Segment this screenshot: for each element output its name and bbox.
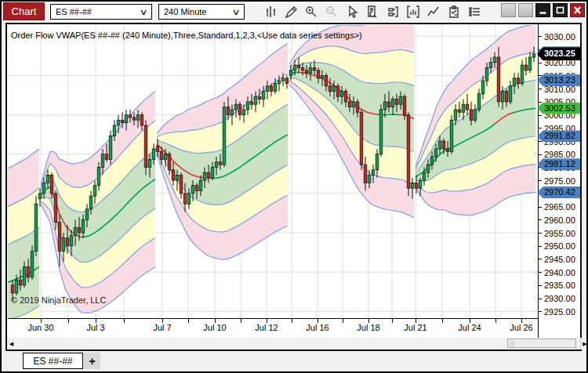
date-axis-minor-tick [188,319,189,323]
window-extra-button-2[interactable] [518,3,533,17]
date-axis-label: Jun 30 [27,323,53,332]
tab-bar: ES ##-## + [5,353,100,369]
price-axis-label: 2925.00 [544,307,575,317]
price-tag-band: 2981.12 [537,158,580,170]
date-axis-minor-tick [68,319,69,323]
price-axis-tick [539,285,542,286]
date-axis-minor-tick [292,319,292,323]
chart-plot-area[interactable] [8,25,538,318]
price-axis-label: 2930.00 [544,294,575,303]
maximize-button[interactable] [553,3,568,17]
price-axis-tick [539,207,542,208]
interval-dropdown[interactable]: 240 Minute ∨ [158,4,245,20]
date-axis-minor-tick [392,319,393,323]
date-axis-minor-tick [124,319,125,323]
price-axis-tick [539,311,542,312]
price-axis-label: 2935.00 [544,281,575,290]
chart-report-icon[interactable] [365,4,379,19]
window-extra-button-1[interactable] [501,3,516,17]
price-axis-label: 2945.00 [544,255,575,264]
vwap-chart-svg [8,25,538,318]
price-tag-vwap: 3002.53 [537,103,580,114]
price-axis-tick [539,141,542,142]
price-axis-tick [539,233,542,234]
data-series-icon[interactable] [405,4,420,19]
price-axis-label: 3030.00 [544,32,575,42]
date-axis-label: Jul 3 [86,323,104,332]
zoom-out-icon[interactable] [324,4,339,19]
date-axis-minor-tick [343,319,343,323]
indicator-label[interactable]: Order Flow VWAP(ES ##-## (240 Minute),Th… [11,31,362,40]
chevron-down-icon: ∨ [139,7,147,17]
price-axis-tick [539,154,542,155]
date-axis-minor-tick [241,319,241,323]
price-axis-label: 2965.00 [544,202,575,212]
close-button[interactable] [570,3,585,17]
scrollbar-thumb[interactable] [507,339,576,348]
price-axis-tick [539,102,542,103]
price-axis-label: 2985.00 [544,150,575,159]
date-axis[interactable] [8,318,539,319]
date-axis-label: Jul 21 [404,323,426,332]
price-axis-label: 2960.00 [544,215,575,225]
price-axis-tick [539,259,542,259]
price-axis-tick [539,63,542,63]
indicators-icon[interactable] [426,4,441,19]
price-axis-tick [539,272,542,273]
cursor-icon[interactable] [344,4,359,19]
price-axis-tick [539,128,542,129]
title-bar: Chart ES ##-## ∨ 240 Minute ∨ [2,2,586,22]
price-axis-tick [539,115,542,116]
drawing-tools-icon[interactable] [283,4,298,19]
date-axis-label: Jul 16 [306,323,328,332]
instrument-dropdown[interactable]: ES ##-## ∨ [50,4,152,20]
date-axis-label: Jul 18 [357,323,379,332]
chart-window: Chart ES ##-## ∨ 240 Minute ∨ Order Flow… [0,0,588,373]
price-axis-tick [539,36,542,37]
date-axis-label: Jul 12 [255,323,278,332]
instrument-dropdown-value: ES ##-## [56,7,92,16]
price-axis-tick [539,246,542,247]
price-axis-label: 2975.00 [544,176,575,186]
date-axis-minor-tick [442,319,443,323]
chevron-down-icon: ∨ [231,7,240,17]
price-tag-last: 3023.25 [537,47,580,60]
scroll-right-arrow[interactable]: ▶ [580,338,588,349]
chart-badge[interactable]: Chart [3,2,45,20]
price-axis-label: 2955.00 [544,229,575,238]
copyright-text: © 2019 NinjaTrader, LLC [11,295,106,305]
price-axis-tick [539,180,542,181]
chart-trader-icon[interactable] [385,4,400,19]
price-axis-tick [539,299,542,299]
minimize-button[interactable] [535,3,550,17]
strategies-icon[interactable] [446,4,461,19]
price-tag-band: 2970.42 [537,186,580,198]
chart-panel: Order Flow VWAP(ES ##-## (240 Minute),Th… [5,23,582,351]
price-axis-label: 2950.00 [544,241,575,251]
chart-style-icon[interactable] [263,4,278,19]
interval-dropdown-value: 240 Minute [164,7,206,16]
properties-icon[interactable] [466,4,481,19]
window-controls [501,3,585,17]
toolbar [263,4,481,19]
add-tab-button[interactable]: + [84,353,100,369]
horizontal-scrollbar[interactable]: ◀ ▶ [7,338,580,349]
date-axis-label: Jul 7 [153,323,171,332]
price-axis-label: 2940.00 [544,268,575,277]
date-axis-label: Jul 10 [203,323,226,332]
tab-instrument[interactable]: ES ##-## [23,353,83,369]
price-tag-band: 2991.82 [537,130,580,142]
price-axis-tick [539,89,542,89]
price-axis-tick [539,219,542,220]
zoom-in-icon[interactable] [303,4,318,19]
date-axis-label: Jul 26 [510,323,532,332]
date-axis-label: Jul 24 [458,323,481,332]
scroll-left-arrow[interactable]: ◀ [7,338,16,349]
price-tag-band: 3013.23 [537,74,580,86]
date-axis-minor-tick [495,319,496,323]
